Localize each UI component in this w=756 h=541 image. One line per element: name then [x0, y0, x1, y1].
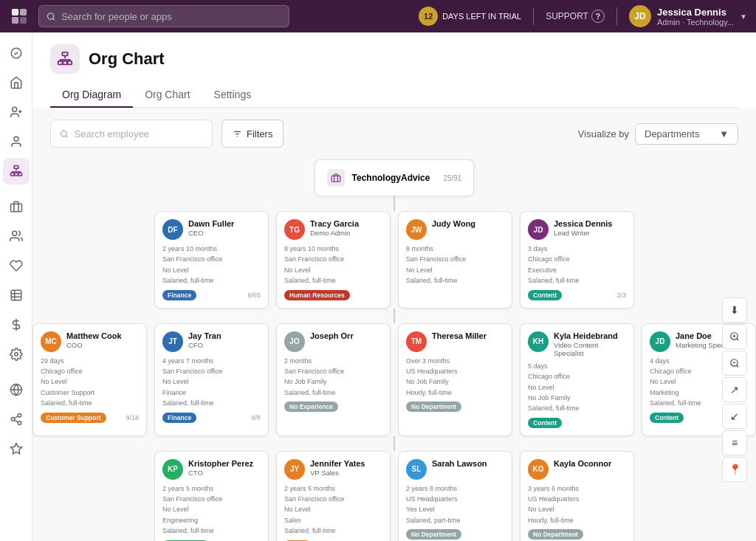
employee-card[interactable]: DFDawn FullerCEO2 years 10 monthsSan Fra… [154, 211, 269, 309]
sidebar-item-dollar[interactable] [3, 311, 30, 338]
sidebar-item-table[interactable] [3, 282, 30, 309]
department-badge: Content [528, 290, 562, 300]
toolbar: Filters Visualize by Departments ▼ [50, 120, 738, 148]
support-button[interactable]: SUPPORT ? [546, 10, 605, 23]
sidebar-item-settings[interactable] [3, 341, 30, 368]
employee-card[interactable]: KHKyla HeidebrandVideo Content Specialis… [520, 323, 634, 436]
tab-org-chart[interactable]: Org Chart [133, 83, 202, 108]
avatar: JD [629, 5, 651, 27]
connector [394, 196, 395, 211]
user-role: Admin · Technology... [657, 18, 734, 27]
location-button[interactable]: 📍 [722, 457, 747, 482]
chevron-down-icon: ▼ [740, 13, 747, 21]
employee-role: CFO [188, 341, 221, 349]
svg-line-28 [14, 416, 18, 418]
svg-line-27 [14, 420, 18, 422]
sidebar-item-check[interactable] [3, 40, 30, 66]
department-badge: Finance [162, 413, 196, 423]
tab-org-diagram[interactable]: Org Diagram [50, 83, 133, 108]
employee-role: CTO [188, 469, 253, 477]
trial-days: 12 [419, 7, 438, 26]
dept-select[interactable]: Departments ▼ [635, 123, 738, 145]
root-name: TechnologyAdvice [352, 173, 430, 183]
sidebar-item-briefcase[interactable] [3, 193, 30, 220]
department-badge: Customer Support [41, 413, 106, 423]
search-input[interactable] [75, 128, 203, 139]
employee-count: 2/3 [616, 292, 626, 299]
page-title: Org Chart [89, 49, 165, 69]
employee-card[interactable]: JDJessica DennisLead Writer3 daysChicago… [520, 211, 634, 309]
employee-search[interactable] [50, 120, 213, 148]
department-badge: No Department [406, 402, 461, 412]
employee-card[interactable]: JWJudy Wong8 monthsSan Francisco officeN… [398, 211, 512, 309]
avatar: MC [41, 331, 61, 352]
avatar: JD [528, 219, 549, 240]
trial-info: 12 DAYS LEFT IN TRIAL [419, 7, 521, 26]
sidebar-item-globe[interactable] [3, 376, 30, 403]
employee-info: 2 years 5 monthsSan Francisco officeNo L… [162, 483, 261, 537]
user-menu[interactable]: JD Jessica Dennis Admin · Technology... … [629, 5, 747, 27]
employee-card[interactable]: JOJoseph Orr2 monthsSan Francisco office… [276, 323, 391, 436]
employee-info: 3 daysChicago officeExecutiveSalaried, f… [528, 244, 626, 286]
tab-bar: Org Diagram Org Chart Settings [50, 83, 738, 108]
list-view-button[interactable]: ≡ [722, 430, 747, 455]
employee-info: 2 monthsSan Francisco officeNo Job Famil… [284, 356, 382, 399]
avatar: JD [650, 331, 670, 352]
sidebar-item-home[interactable] [3, 69, 30, 96]
tab-settings[interactable]: Settings [202, 83, 264, 108]
employee-card[interactable]: TMTheresa MillerOver 3 monthsUS Headquar… [398, 323, 512, 436]
sidebar-item-group[interactable] [3, 223, 30, 249]
sidebar-item-nodes[interactable] [3, 406, 30, 433]
employee-name: Kyla Heidebrand [554, 331, 626, 341]
level-1-row: DFDawn FullerCEO2 years 10 monthsSan Fra… [154, 211, 634, 309]
main-content: Org Chart Org Diagram Org Chart Settings [32, 32, 756, 541]
sidebar-item-orgchart[interactable] [3, 158, 30, 185]
sidebar-item-person-add[interactable] [3, 99, 30, 125]
avatar: TG [284, 219, 305, 240]
avatar: DF [162, 219, 183, 240]
svg-point-26 [18, 421, 21, 425]
sidebar-item-star[interactable] [3, 435, 30, 462]
root-count: 25/91 [443, 174, 461, 182]
zoom-out-button[interactable] [722, 351, 747, 376]
employee-info: 2 years 10 monthsSan Francisco officeNo … [162, 244, 261, 286]
page-title-row: Org Chart [50, 44, 738, 74]
department-badge: No Experience [284, 402, 338, 412]
employee-card[interactable]: MCMatthew CookCOO29 daysChicago officeNo… [32, 323, 147, 436]
global-search[interactable] [38, 5, 289, 27]
employee-card[interactable]: KPKristopher PerezCTO2 years 5 monthsSan… [154, 451, 269, 541]
employee-info: 2 years 5 monthsSan Francisco officeNo L… [284, 483, 382, 537]
download-button[interactable]: ⬇ [722, 297, 747, 323]
employee-card[interactable]: KOKayla Oconnor3 years 6 monthsUS Headqu… [520, 451, 634, 541]
svg-rect-3 [20, 17, 27, 24]
avatar: TM [406, 331, 427, 352]
employee-card[interactable]: JYJennifer YatesVP Sales2 years 5 months… [276, 451, 391, 541]
global-search-input[interactable] [61, 11, 281, 22]
employee-info: 29 daysChicago officeNo LevelCustomer Su… [41, 356, 139, 409]
svg-rect-16 [11, 290, 21, 300]
svg-rect-13 [18, 173, 22, 176]
level-2-row: MCMatthew CookCOO29 daysChicago officeNo… [32, 323, 756, 436]
app-logo [9, 6, 30, 27]
trial-label: DAYS LEFT IN TRIAL [442, 12, 521, 21]
svg-point-21 [14, 353, 18, 356]
employee-card[interactable]: SLSarah Lawson2 years 8 monthsUS Headqua… [398, 451, 512, 541]
user-text: Jessica Dennis Admin · Technology... [657, 7, 734, 27]
zoom-in-button[interactable] [722, 324, 747, 349]
employee-info: Over 3 monthsUS HeadquartersNo Job Famil… [406, 356, 504, 399]
org-diagram-area: Filters Visualize by Departments ▼ [32, 108, 756, 541]
filters-button[interactable]: Filters [221, 120, 284, 148]
expand-button[interactable]: ↗ [722, 377, 747, 402]
svg-rect-31 [58, 61, 63, 65]
sidebar-item-heart[interactable] [3, 252, 30, 279]
employee-card[interactable]: JTJay TranCFO4 years 7 monthsSan Francis… [154, 323, 269, 436]
sidebar-item-person[interactable] [3, 128, 30, 155]
org-tree: TechnologyAdvice 25/91 DFDawn FullerCEO2… [50, 159, 738, 541]
employee-name: Tracy Garcia [310, 219, 359, 229]
root-icon [327, 169, 345, 187]
employee-card[interactable]: TGTracy GarciaDemo Admin8 years 10 month… [276, 211, 391, 309]
collapse-button[interactable]: ↙ [722, 404, 747, 429]
root-node[interactable]: TechnologyAdvice 25/91 [315, 159, 475, 196]
svg-point-25 [11, 418, 15, 421]
connector [394, 309, 395, 323]
